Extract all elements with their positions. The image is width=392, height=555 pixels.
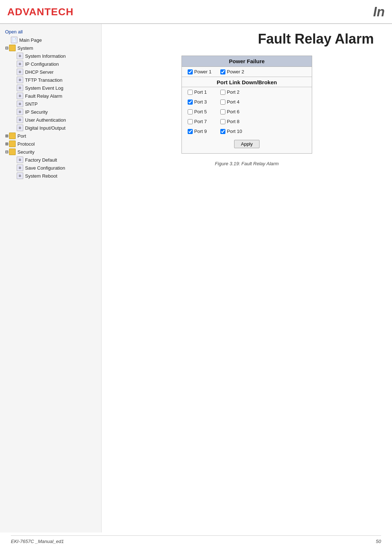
sidebar-label: IP Security	[25, 109, 48, 115]
page-icon: 🗎	[17, 173, 23, 179]
power2-checkbox[interactable]	[220, 69, 225, 74]
apply-row: Apply	[182, 140, 312, 148]
port8-checkbox[interactable]	[220, 119, 225, 124]
port10-text: Port 10	[227, 129, 242, 134]
port8-text: Port 8	[227, 119, 240, 124]
port4-label[interactable]: Port 4	[220, 99, 249, 105]
sidebar: Open all 📄 Main Page ⊟ System 🗎 System I…	[0, 24, 102, 532]
page-icon: 🗎	[17, 125, 23, 131]
sidebar-label: System Reboot	[25, 173, 57, 179]
sidebar-item-event-log[interactable]: 🗎 System Event Log	[4, 84, 101, 92]
sidebar-item-user-auth[interactable]: 🗎 User Authentication	[4, 116, 101, 124]
sidebar-label: Security	[17, 149, 34, 155]
port4-checkbox[interactable]	[220, 100, 225, 105]
page-icon: 🗎	[17, 157, 23, 163]
page-icon: 🗎	[17, 77, 23, 83]
port5-text: Port 5	[194, 109, 207, 114]
sidebar-label: System Information	[25, 53, 66, 59]
port5-label[interactable]: Port 5	[188, 109, 217, 114]
sidebar-label: SNTP	[25, 101, 38, 107]
page-icon: 🗎	[17, 117, 23, 123]
sidebar-label: Main Page	[19, 37, 42, 43]
sidebar-item-security[interactable]: ⊟ Security	[4, 148, 101, 156]
sidebar-item-dhcp[interactable]: 🗎 DHCP Server	[4, 68, 101, 76]
main-layout: Open all 📄 Main Page ⊟ System 🗎 System I…	[0, 24, 392, 532]
power2-label[interactable]: Power 2	[220, 69, 249, 74]
page-title: Fault Relay Alarm	[116, 31, 377, 47]
port1-checkbox[interactable]	[188, 90, 193, 95]
power1-text: Power 1	[194, 69, 212, 74]
port10-checkbox[interactable]	[220, 129, 225, 134]
port3-checkbox[interactable]	[188, 100, 193, 105]
port6-label[interactable]: Port 6	[220, 109, 249, 114]
port3-label[interactable]: Port 3	[188, 99, 217, 105]
port8-label[interactable]: Port 8	[220, 119, 249, 124]
port3-text: Port 3	[194, 99, 207, 105]
expand-icon: ⊞	[5, 142, 8, 146]
port-row-1: Port 1 Port 2	[182, 87, 312, 97]
sidebar-item-ip-security[interactable]: 🗎 IP Security	[4, 108, 101, 116]
expand-icon: ⊟	[5, 46, 8, 50]
page-icon: 🗎	[17, 165, 23, 171]
power1-checkbox[interactable]	[188, 69, 193, 74]
port2-checkbox[interactable]	[220, 90, 225, 95]
footer-left: EKI-7657C _Manual_ed1	[11, 539, 64, 544]
power-row: Power 1 Power 2	[182, 67, 312, 77]
sidebar-item-protocol[interactable]: ⊞ Protocol	[4, 140, 101, 148]
power2-text: Power 2	[227, 69, 244, 74]
port10-label[interactable]: Port 10	[220, 129, 249, 134]
power-failure-header: Power Failure	[182, 56, 312, 67]
page-icon: 🗎	[17, 53, 23, 59]
sidebar-label: Fault Relay Alarm	[25, 93, 62, 99]
power1-label[interactable]: Power 1	[188, 69, 217, 74]
sidebar-label: Port	[17, 133, 26, 139]
page-icon: 🗎	[17, 93, 23, 99]
folder-icon	[9, 141, 16, 147]
sidebar-label: Factory Default	[25, 157, 57, 163]
sidebar-item-save-config[interactable]: 🗎 Save Configuration	[4, 164, 101, 172]
figure-caption: Figure 3.19: Fault Relay Alarm	[116, 161, 377, 166]
header-icon: In	[373, 4, 385, 20]
port4-text: Port 4	[227, 99, 240, 105]
sidebar-item-fault-relay[interactable]: 🗎 Fault Relay Alarm	[4, 92, 101, 100]
sidebar-label: TFTP Transaction	[25, 77, 62, 83]
port7-label[interactable]: Port 7	[188, 119, 217, 124]
sidebar-item-system-info[interactable]: 🗎 System Information	[4, 52, 101, 60]
port2-label[interactable]: Port 2	[220, 89, 249, 95]
sidebar-item-factory-default[interactable]: 🗎 Factory Default	[4, 156, 101, 164]
page-icon: 🗎	[17, 69, 23, 75]
sidebar-label: Digital Input/Output	[25, 125, 65, 131]
folder-icon	[9, 45, 16, 51]
port7-checkbox[interactable]	[188, 119, 193, 124]
sidebar-item-tftp[interactable]: 🗎 TFTP Transaction	[4, 76, 101, 84]
port-row-5: Port 9 Port 10	[182, 126, 312, 136]
footer-right: 50	[376, 539, 381, 544]
folder-icon	[9, 133, 16, 139]
sidebar-label: Protocol	[17, 141, 35, 147]
sidebar-label: User Authentication	[25, 117, 66, 123]
sidebar-item-system[interactable]: ⊟ System	[4, 44, 101, 52]
page-icon: 🗎	[17, 101, 23, 107]
logo-text: ADVANTECH	[7, 6, 74, 17]
sidebar-item-port[interactable]: ⊞ Port	[4, 132, 101, 140]
sidebar-item-ip-config[interactable]: 🗎 IP Configuration	[4, 60, 101, 68]
apply-button[interactable]: Apply	[234, 140, 260, 148]
port-row-3: Port 5 Port 6	[182, 107, 312, 117]
port1-label[interactable]: Port 1	[188, 89, 217, 95]
sidebar-item-sntp[interactable]: 🗎 SNTP	[4, 100, 101, 108]
content-area: Fault Relay Alarm Power Failure Power 1 …	[102, 24, 392, 532]
page-icon: 🗎	[17, 109, 23, 115]
header: ADVANTECH In	[0, 0, 392, 24]
sidebar-item-digital-io[interactable]: 🗎 Digital Input/Output	[4, 124, 101, 132]
port6-checkbox[interactable]	[220, 109, 225, 114]
sidebar-label: Save Configuration	[25, 165, 65, 171]
page-icon: 📄	[11, 37, 17, 43]
port9-label[interactable]: Port 9	[188, 129, 217, 134]
sidebar-item-main-page[interactable]: 📄 Main Page	[4, 36, 101, 44]
open-all-link[interactable]: Open all	[4, 29, 101, 35]
sidebar-label: IP Configuration	[25, 61, 59, 67]
sidebar-label: DHCP Server	[25, 69, 54, 75]
sidebar-item-system-reboot[interactable]: 🗎 System Reboot	[4, 172, 101, 180]
port5-checkbox[interactable]	[188, 109, 193, 114]
port9-checkbox[interactable]	[188, 129, 193, 134]
